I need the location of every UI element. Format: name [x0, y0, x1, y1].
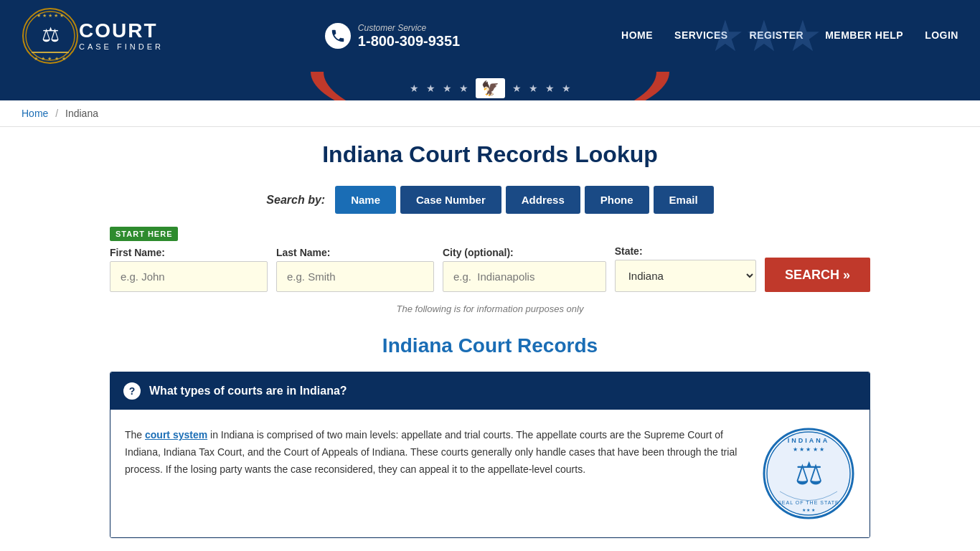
logo-case-finder-label: CASE FINDER — [79, 42, 164, 51]
nav-login[interactable]: LOGIN — [925, 29, 958, 42]
hero-banner: ★ ★ ★ ★ 🦅 ★ ★ ★ ★ — [0, 72, 980, 100]
svg-text:⚖: ⚖ — [795, 456, 823, 491]
main-content: Indiana Court Records Lookup Search by: … — [95, 127, 885, 551]
svg-text:SEAL OF THE STATE: SEAL OF THE STATE — [778, 500, 839, 505]
accordion-header[interactable]: ? What types of courts are in Indiana? — [110, 372, 870, 410]
accordion-text: The court system in Indiana is comprised… — [125, 427, 745, 478]
star-3: ★ — [443, 83, 452, 94]
accordion-title: What types of courts are in Indiana? — [149, 385, 347, 397]
logo-court-label: COURT — [79, 21, 164, 41]
accordion-body-text: in Indiana is comprised of two main leve… — [125, 429, 737, 475]
svg-text:⚖: ⚖ — [42, 24, 60, 46]
search-form: First Name: Last Name: City (optional): … — [110, 245, 870, 292]
first-name-label: First Name: — [110, 247, 268, 258]
nav-member-help[interactable]: MEMBER HELP — [825, 29, 903, 42]
court-system-link[interactable]: court system — [145, 429, 207, 441]
indiana-seal: INDIANA ★ ★ ★ ★ ★ ⚖ SEAL OF THE STATE ★ … — [762, 427, 855, 520]
star-2: ★ — [426, 83, 435, 94]
search-tabs-row: Search by: Name Case Number Address Phon… — [110, 186, 870, 214]
star-4: ★ — [459, 83, 468, 94]
star-7: ★ — [545, 83, 555, 94]
accordion: ? What types of courts are in Indiana? T… — [110, 372, 870, 538]
svg-text:★ ★ ★ ★ ★: ★ ★ ★ ★ ★ — [34, 56, 67, 61]
cs-text-block: Customer Service 1-800-309-9351 — [358, 23, 460, 50]
cs-number: 1-800-309-9351 — [358, 33, 460, 50]
info-note: The following is for information purpose… — [110, 303, 870, 314]
first-name-group: First Name: — [110, 247, 268, 292]
stars-row: ★ ★ ★ ★ 🦅 ★ ★ ★ ★ — [410, 78, 571, 98]
tab-email[interactable]: Email — [654, 186, 714, 214]
search-by-label: Search by: — [266, 194, 325, 207]
star-5: ★ — [512, 83, 522, 94]
site-header: ★ ★ ★ ★ ★ ★ ★ ★ ⚖ ★ ★ ★ ★ ★ COURT CASE F… — [0, 0, 980, 72]
logo-area[interactable]: ★ ★ ★ ★ ★ ⚖ ★ ★ ★ ★ ★ COURT CASE FINDER — [22, 7, 164, 65]
customer-service: Customer Service 1-800-309-9351 — [325, 23, 460, 50]
logo-badge: ★ ★ ★ ★ ★ ⚖ ★ ★ ★ ★ ★ — [22, 7, 79, 65]
breadcrumb-current: Indiana — [65, 108, 98, 119]
svg-rect-4 — [32, 52, 69, 53]
breadcrumb: Home / Indiana — [0, 100, 980, 127]
eagle-icon: 🦅 — [476, 78, 505, 98]
last-name-input[interactable] — [276, 261, 434, 292]
city-input[interactable] — [443, 261, 606, 292]
nav-services[interactable]: SERVICES — [674, 29, 728, 42]
breadcrumb-home[interactable]: Home — [22, 108, 48, 119]
state-label: State: — [615, 245, 756, 257]
question-icon: ? — [123, 382, 141, 400]
last-name-label: Last Name: — [276, 247, 434, 258]
tab-phone[interactable]: Phone — [585, 186, 649, 214]
records-title: Indiana Court Records — [110, 334, 870, 357]
search-button[interactable]: SEARCH » — [765, 258, 870, 292]
phone-svg — [330, 28, 346, 44]
state-group: State: AlabamaAlaskaArizonaArkansasCalif… — [615, 245, 756, 292]
svg-text:★ ★ ★ ★ ★: ★ ★ ★ ★ ★ — [37, 13, 64, 18]
breadcrumb-sep: / — [55, 108, 58, 119]
star-8: ★ — [562, 83, 571, 94]
svg-text:★ ★ ★: ★ ★ ★ — [802, 508, 815, 512]
main-nav: HOME SERVICES REGISTER MEMBER HELP LOGIN — [621, 29, 958, 42]
star-6: ★ — [529, 83, 538, 94]
svg-text:★ ★ ★ ★ ★: ★ ★ ★ ★ ★ — [793, 446, 824, 453]
svg-text:INDIANA: INDIANA — [788, 437, 830, 444]
nav-home[interactable]: HOME — [621, 29, 653, 42]
state-select[interactable]: AlabamaAlaskaArizonaArkansasCaliforniaCo… — [615, 260, 756, 292]
phone-icon — [325, 23, 351, 49]
logo-text: COURT CASE FINDER — [79, 21, 164, 51]
tab-case-number[interactable]: Case Number — [400, 186, 501, 214]
city-group: City (optional): — [443, 247, 606, 292]
start-here-badge: START HERE — [110, 227, 178, 241]
tab-name[interactable]: Name — [335, 186, 396, 214]
cs-label: Customer Service — [358, 23, 460, 33]
city-label: City (optional): — [443, 247, 606, 258]
star-1: ★ — [410, 83, 419, 94]
hero-banner-inner: ★ ★ ★ ★ 🦅 ★ ★ ★ ★ — [0, 72, 980, 100]
accordion-body: The court system in Indiana is comprised… — [110, 410, 870, 537]
page-title: Indiana Court Records Lookup — [110, 141, 870, 168]
last-name-group: Last Name: — [276, 247, 434, 292]
tab-address[interactable]: Address — [506, 186, 580, 214]
nav-register[interactable]: REGISTER — [750, 29, 804, 42]
first-name-input[interactable] — [110, 261, 268, 292]
